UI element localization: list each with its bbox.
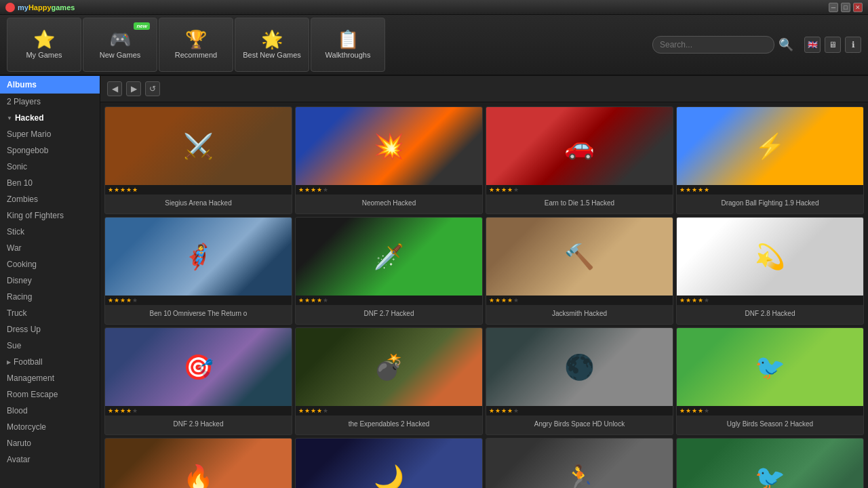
game-stars: ★ ★ ★ ★ ★	[677, 185, 863, 195]
sidebar-item-racing[interactable]: Racing	[0, 289, 100, 305]
sidebar-label-roomescape: Room Escape	[7, 390, 58, 399]
game-title: Angry Birds Space HD Unlock	[486, 415, 673, 434]
nav-icons: 🇬🇧 🖥 ℹ	[804, 37, 861, 53]
sidebar-item-supermario[interactable]: Super Mario	[0, 126, 100, 142]
game-stars: ★ ★ ★ ★ ★	[677, 296, 863, 305]
forward-button[interactable]: ▶	[126, 81, 141, 96]
title-games: games	[52, 3, 75, 12]
sidebar-item-blood[interactable]: Blood	[0, 403, 100, 419]
display-button[interactable]: 🖥	[825, 37, 841, 53]
star-5: ★	[132, 297, 138, 304]
star-1: ★	[489, 186, 494, 193]
star-1: ★	[298, 186, 304, 193]
game-card[interactable]: ⚔️ ★ ★ ★ ★ ★ Siegius Arena Hacked	[104, 106, 292, 214]
sidebar-label-sonic: Sonic	[7, 162, 27, 171]
sidebar-label-kingoffighters: King of Fighters	[7, 211, 64, 220]
game-card[interactable]: 🚗 ★ ★ ★ ★ ★ Earn to Die 1.5 Hacked	[486, 106, 673, 214]
game-card[interactable]: ⚡ ★ ★ ★ ★ ★ Dragon Ball Fighting 1.9 Hac…	[676, 106, 864, 214]
star-3: ★	[692, 297, 697, 304]
star-3: ★	[692, 186, 697, 193]
sidebar-item-football[interactable]: Football	[0, 354, 100, 370]
sidebar-item-ben10[interactable]: Ben 10	[0, 175, 100, 191]
star-5: ★	[513, 407, 519, 414]
sidebar-item-sonic[interactable]: Sonic	[0, 159, 100, 175]
star-5: ★	[513, 297, 519, 304]
sidebar-label-ben10: Ben 10	[7, 178, 33, 188]
game-card[interactable]: 🐦 ★ ★ ★ ★ ★	[676, 438, 864, 488]
language-button[interactable]: 🇬🇧	[804, 37, 821, 53]
game-card[interactable]: 🗡️ ★ ★ ★ ★ ★ DNF 2.7 Hacked	[295, 217, 483, 325]
game-stars: ★ ★ ★ ★ ★	[677, 406, 863, 415]
search-input[interactable]	[652, 36, 774, 54]
star-3: ★	[692, 407, 697, 414]
tab-best-new[interactable]: 🌟 Best New Games	[235, 18, 309, 72]
sidebar-header[interactable]: Albums	[0, 76, 100, 94]
tab-recommend[interactable]: 🏆 Recommend	[159, 18, 233, 72]
sidebar-item-spongebob[interactable]: Spongebob	[0, 142, 100, 159]
game-thumbnail: 💥	[296, 107, 482, 185]
game-thumbnail: 💣	[296, 328, 482, 406]
refresh-button[interactable]: ↺	[145, 81, 160, 96]
game-card[interactable]: 🦸 ★ ★ ★ ★ ★ Ben 10 Omniverse The Return …	[104, 217, 292, 325]
sidebar-item-dressup[interactable]: Dress Up	[0, 321, 100, 338]
star-4: ★	[317, 407, 322, 414]
sidebar-item-truck[interactable]: Truck	[0, 305, 100, 321]
search-button[interactable]: 🔍	[778, 37, 793, 52]
game-card[interactable]: 🏃 ★ ★ ★ ★ ★	[486, 438, 673, 488]
minimize-button[interactable]: ─	[829, 3, 838, 12]
game-card[interactable]: 🌑 ★ ★ ★ ★ ★ Angry Birds Space HD Unlock	[486, 327, 673, 435]
game-title: Ben 10 Omniverse The Return o	[105, 305, 292, 324]
game-card[interactable]: 🐦 ★ ★ ★ ★ ★ Ugly Birds Season 2 Hacked	[676, 327, 864, 435]
sidebar-label-dressup: Dress Up	[7, 325, 41, 334]
star-4: ★	[698, 297, 703, 304]
new-games-icon: 🎮	[109, 30, 131, 48]
sidebar-item-disney[interactable]: Disney	[0, 272, 100, 289]
sidebar-item-naruto[interactable]: Naruto	[0, 435, 100, 451]
sidebar-item-motorcycle[interactable]: Motorcycle	[0, 419, 100, 435]
star-2: ★	[114, 297, 119, 304]
game-thumbnail: 🚗	[486, 107, 673, 185]
game-thumbnail: 🐦	[677, 328, 863, 406]
game-card[interactable]: 🔨 ★ ★ ★ ★ ★ Jacksmith Hacked	[486, 217, 673, 325]
sidebar-label-blood: Blood	[7, 406, 28, 415]
sidebar-item-2players[interactable]: 2 Players	[0, 94, 100, 110]
tab-new-games[interactable]: new 🎮 New Games	[83, 18, 157, 72]
sidebar-item-stick[interactable]: Stick	[0, 224, 100, 240]
game-card[interactable]: 💣 ★ ★ ★ ★ ★ the Expendables 2 Hacked	[295, 327, 483, 435]
info-button[interactable]: ℹ	[845, 37, 861, 53]
tab-walkthroughs[interactable]: 📋 Walkthroughs	[311, 18, 385, 72]
back-button[interactable]: ◀	[107, 81, 122, 96]
game-card[interactable]: 🎯 ★ ★ ★ ★ ★ DNF 2.9 Hacked	[104, 327, 292, 435]
star-4: ★	[126, 297, 132, 304]
sidebar-item-hacked[interactable]: Hacked	[0, 110, 100, 126]
game-card[interactable]: 💫 ★ ★ ★ ★ ★ DNF 2.8 Hacked	[676, 217, 864, 325]
star-5: ★	[704, 407, 709, 414]
game-thumbnail: 🎯	[105, 328, 292, 406]
game-title: Dragon Ball Fighting 1.9 Hacked	[677, 195, 863, 214]
sidebar-item-management[interactable]: Management	[0, 370, 100, 386]
game-stars: ★ ★ ★ ★ ★	[486, 296, 673, 305]
sidebar-item-roomescape[interactable]: Room Escape	[0, 386, 100, 403]
close-button[interactable]: ✕	[853, 3, 863, 12]
sidebar-item-war[interactable]: War	[0, 240, 100, 256]
sidebar-label-disney: Disney	[7, 276, 32, 285]
star-3: ★	[311, 186, 316, 193]
sidebar-item-avatar[interactable]: Avatar	[0, 451, 100, 468]
tab-my-games[interactable]: ⭐ My Games	[7, 18, 81, 72]
sidebar-item-sue[interactable]: Sue	[0, 338, 100, 354]
sidebar-item-zombies[interactable]: Zombies	[0, 191, 100, 207]
sidebar-item-kingoffighters[interactable]: King of Fighters	[0, 207, 100, 224]
game-title: Neomech Hacked	[296, 195, 482, 214]
thumb-image: 🌑	[486, 328, 673, 406]
game-card[interactable]: 💥 ★ ★ ★ ★ ★ Neomech Hacked	[295, 106, 483, 214]
game-card[interactable]: 🔥 ★ ★ ★ ★ ★	[104, 438, 292, 488]
title-my: my	[18, 3, 28, 12]
sidebar-item-cooking[interactable]: Cooking	[0, 256, 100, 272]
star-1: ★	[108, 297, 113, 304]
recommend-icon: 🏆	[185, 30, 207, 48]
game-card[interactable]: 🌙 ★ ★ ★ ★ ★	[295, 438, 483, 488]
maximize-button[interactable]: □	[841, 3, 850, 12]
star-1: ★	[679, 186, 685, 193]
thumb-image: 🏃	[486, 439, 673, 488]
game-stars: ★ ★ ★ ★ ★	[296, 406, 482, 415]
